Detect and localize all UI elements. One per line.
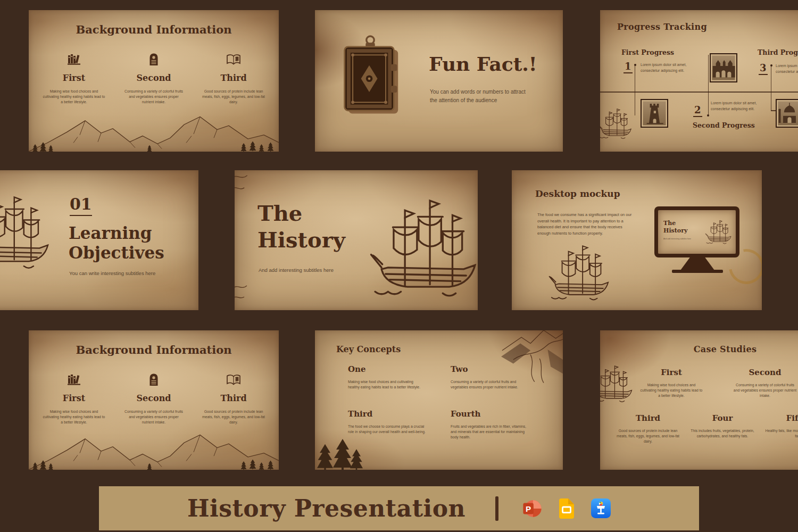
slide-progress-tracking[interactable]: Progress Tracking First Progress 1 Lorem…: [600, 10, 798, 152]
slide-key-concepts[interactable]: Key Concepts One Making wise food choice…: [315, 330, 563, 470]
item-heading: Second: [725, 368, 798, 377]
slide-background-information-2[interactable]: Background Information First Making wise…: [29, 330, 279, 470]
presentation-template-preview: Background Information First Making wise…: [0, 0, 798, 532]
ornate-book-illustration: [339, 34, 401, 118]
svg-text:P: P: [526, 504, 531, 513]
step-body: Lorem ipsum dolor sit amet, consectetur …: [711, 101, 761, 112]
mountains-illustration: [29, 431, 279, 470]
screen-subtitle: And add interesting subtitles here: [663, 238, 691, 240]
item-body: Consuming a variety of colorful fruits a…: [733, 383, 797, 399]
slide-background-information[interactable]: Background Information First Making wise…: [29, 10, 279, 152]
case-item: Second Consuming a variety of colorful f…: [725, 368, 798, 399]
column-first: First Making wise food choices and culti…: [34, 373, 114, 426]
step-body: Lorem ipsum dolor sit amet, consectetur …: [776, 63, 798, 74]
slide-body: The food we consume has a significant im…: [537, 212, 635, 237]
column-heading: Second: [114, 73, 194, 83]
columns: First Making wise food choices and culti…: [34, 373, 273, 426]
connector-line: [635, 65, 635, 115]
connector-line: [708, 55, 709, 115]
monitor-mockup: The History And add interesting subtitle…: [654, 206, 739, 257]
item-heading: Four: [682, 413, 763, 423]
step-label: First Progress: [621, 48, 674, 56]
column-body: Making wise food choices and cultivating…: [43, 409, 105, 426]
connector-line: [771, 66, 771, 111]
corner-sketch: [235, 282, 254, 303]
step-body: Lorem ipsum dolor sit amet, consectetur …: [641, 62, 691, 73]
monitor-screen: The History And add interesting subtitle…: [658, 210, 736, 254]
banner-title: History Presentation: [187, 495, 466, 522]
open-book-icon: [194, 53, 273, 65]
slide-title: Learning Objectives: [69, 223, 164, 263]
item-heading: Two: [451, 364, 468, 374]
scholar-icon: [114, 373, 194, 386]
column-heading: Third: [194, 393, 273, 403]
step-label: Second Progress: [693, 121, 755, 129]
item-body: Making wise food choices and cultivating…: [639, 383, 703, 399]
column-second: Second Consuming a variety of colorful f…: [114, 53, 194, 105]
column-heading: First: [34, 393, 114, 403]
bookshelf-icon: [34, 53, 114, 65]
keynote-icon: [591, 498, 611, 518]
ship-sketch: [0, 193, 53, 271]
monitor-stand: [680, 256, 714, 270]
slide-subtitle: You can write interesting subtitles here: [69, 270, 155, 276]
case-item: Fifth Healthy fats, like mono polyunsatu…: [757, 413, 798, 439]
slide-title: Background Information: [29, 23, 279, 36]
mountains-illustration: [29, 113, 279, 152]
slide-title: Desktop mockup: [535, 188, 620, 199]
ship-sketch: [369, 195, 478, 300]
column-first: First Making wise food choices and culti…: [34, 53, 114, 105]
bookshelf-icon: [34, 373, 114, 386]
scholar-icon: [114, 53, 194, 65]
slide-case-studies[interactable]: Case Studies First Making wise food choi…: [600, 330, 798, 470]
column-body: Consuming a variety of colorful fruits a…: [122, 409, 185, 426]
taj-mahal-photo: [776, 99, 798, 128]
map-sketch: [498, 330, 563, 389]
pine-tree-sketch: [316, 443, 334, 470]
item-heading: Fourth: [451, 409, 480, 419]
item-heading: First: [631, 368, 712, 377]
column-heading: Second: [114, 393, 194, 403]
slide-fun-fact[interactable]: Fun Fact.! You can add words or numbers …: [315, 10, 563, 152]
slide-subtitle: You can add words or numbers to attract …: [430, 88, 531, 104]
column-body: Good sources of protein include lean mea…: [202, 89, 265, 105]
section-number: 01: [70, 195, 92, 216]
timeline-line: [600, 92, 798, 93]
column-body: Good sources of protein include lean mea…: [202, 409, 265, 426]
step-number: 2: [693, 104, 702, 117]
google-slides-icon: [559, 498, 574, 519]
ship-sketch: [705, 219, 733, 245]
powerpoint-icon: P: [522, 498, 542, 519]
step-number: 1: [624, 61, 633, 73]
column-third: Third Good sources of protein include le…: [194, 53, 273, 105]
ship-sketch: [600, 351, 634, 417]
item-heading: Third: [348, 409, 372, 419]
column-heading: Third: [194, 73, 273, 83]
open-book-icon: [194, 373, 273, 386]
item-body: Making wise food choices and cultivating…: [348, 379, 423, 390]
step-label: Third Progress: [758, 48, 798, 56]
slide-title: Background Information: [29, 343, 279, 356]
column-second: Second Consuming a variety of colorful f…: [114, 373, 194, 426]
screen-title: The History: [663, 220, 695, 235]
slide-the-history[interactable]: The History And add interesting subtitle…: [235, 170, 478, 310]
item-body: Fruits and vegetables are rich in fiber,…: [451, 424, 528, 440]
case-item: First Making wise food choices and culti…: [631, 368, 712, 399]
slide-desktop-mockup[interactable]: Desktop mockup The food we consume has a…: [512, 170, 762, 310]
connector-dot: [707, 114, 709, 117]
case-item: Third Good sources of protein include le…: [608, 413, 688, 445]
item-heading: One: [348, 364, 366, 374]
item-body: Healthy fats, like mono polyunsaturated …: [764, 428, 798, 439]
slide-title: The History: [257, 200, 375, 253]
column-heading: First: [34, 73, 114, 83]
slide-learning-objectives[interactable]: 01 Learning Objectives You can write int…: [0, 170, 198, 310]
tower-photo: [641, 99, 668, 128]
case-item: Four This includes fruits, vegetables, p…: [682, 413, 763, 439]
item-body: This includes fruits, vegetables, protei…: [690, 428, 755, 439]
slide-title: Progress Tracking: [617, 22, 707, 32]
item-heading: Fifth: [757, 413, 798, 423]
column-third: Third Good sources of protein include le…: [194, 373, 273, 426]
columns: First Making wise food choices and culti…: [34, 53, 273, 105]
column-body: Making wise food choices and cultivating…: [43, 89, 105, 105]
item-body: Good sources of protein include lean mea…: [617, 428, 679, 445]
